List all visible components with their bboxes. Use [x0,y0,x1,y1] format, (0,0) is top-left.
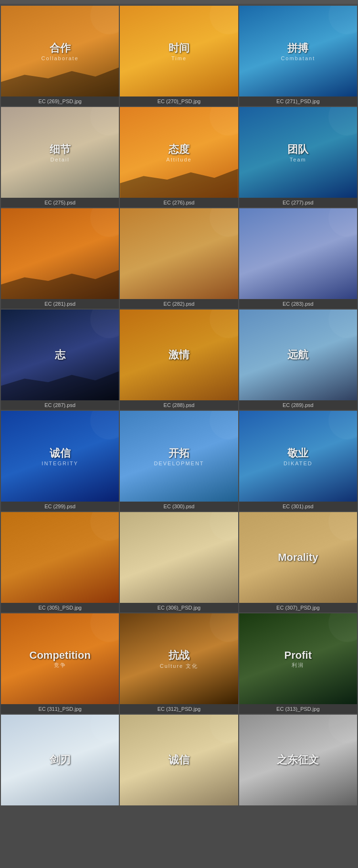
thumbnail-c282 [120,208,238,299]
cell-label-c289: EC (289).psd [239,400,357,410]
thumb-title-cn-c315: 诚信 [168,753,190,767]
thumb-title-en-c299a: INTEGRITY [42,461,78,466]
grid-cell-c316[interactable]: 之东征文 [239,715,357,805]
cell-label-c300: EC (300).psd [120,502,238,511]
cell-label-c307: EC (307)_PSD.jpg [239,603,357,612]
deco-silhouette-c281 [1,263,119,299]
cell-label-c277: EC (277).psd [239,198,357,207]
cell-label-c276: EC (276).psd [120,198,238,207]
deco-circle-c277 [328,107,357,136]
thumb-title-en-c312: Culture 文化 [160,663,199,670]
grid-cell-c288[interactable]: 激情EC (288).psd [120,310,238,410]
thumbnail-c299a: 诚信INTEGRITY [1,411,119,502]
deco-circle-c287 [90,310,119,338]
cell-label-c301: EC (301).psd [239,502,357,511]
grid-cell-c307[interactable]: MoralityEC (307)_PSD.jpg [239,512,357,612]
deco-circle-c270 [210,6,238,34]
grid-cell-c299a[interactable]: 诚信INTEGRITYEC (299).psd [1,411,119,511]
thumbnail-c271: 拼搏Combatant [239,6,357,96]
thumb-title-cn-c313: Profit [284,649,312,662]
deco-silhouette-c276 [120,161,238,198]
grid-cell-c306[interactable]: EC (306)_PSD.jpg [120,512,238,612]
cell-label-c299a: EC (299).psd [1,502,119,511]
thumb-title-cn-c270: 时间 [168,41,190,55]
grid-cell-c315[interactable]: 诚信 [120,715,238,805]
deco-circle-c313 [328,613,357,642]
deco-circle-c281 [90,208,119,237]
grid-cell-c270[interactable]: 时间TimeEC (270)_PSD.jpg [120,6,238,106]
thumb-title-en-c270: Time [171,55,187,61]
grid-cell-c305[interactable]: EC (305)_PSD.jpg [1,512,119,612]
grid-cell-c287[interactable]: 志EC (287).psd [1,310,119,410]
thumb-title-cn-c307: Morality [278,551,318,564]
thumbnail-c281 [1,208,119,299]
thumbnail-c276: 态度Attitude [120,107,238,198]
thumb-title-en-c301: DIKATED [284,461,313,466]
deco-circle-c283 [328,208,357,237]
thumbnail-c313: Profit利润 [239,613,357,704]
grid-cell-c275[interactable]: 细节DetailEC (275).psd [1,107,119,207]
deco-circle-c269 [90,6,119,34]
thumb-title-cn-c287: 志 [55,348,65,362]
thumb-title-en-c313: 利润 [292,662,304,669]
thumb-title-en-c300: DEVELOPMENT [154,461,204,466]
deco-circle-c271 [328,6,357,34]
grid-cell-c269[interactable]: 合作CollaborateEC (269)_PSD.jpg [1,6,119,106]
deco-circle-c299a [90,411,119,439]
deco-circle-c282 [210,208,238,237]
cell-label-c270: EC (270)_PSD.jpg [120,96,238,106]
grid-cell-c289[interactable]: 远航EC (289).psd [239,310,357,410]
thumb-title-en-c277: Team [290,157,306,162]
cell-label-c275: EC (275).psd [1,198,119,207]
grid-cell-c281[interactable]: EC (281).psd [1,208,119,309]
deco-silhouette-c287 [1,364,119,400]
grid-cell-c301[interactable]: 敬业DIKATEDEC (301).psd [239,411,357,511]
thumbnail-c305 [1,512,119,603]
cell-label-c306: EC (306)_PSD.jpg [120,603,238,612]
thumbnail-c306 [120,512,238,603]
thumbnail-c307: Morality [239,512,357,603]
grid-cell-c276[interactable]: 态度AttitudeEC (276).psd [120,107,238,207]
thumb-title-en-c311: 竞争 [54,662,66,669]
grid-cell-c282[interactable]: EC (282).psd [120,208,238,309]
grid-cell-c271[interactable]: 拼搏CombatantEC (271)_PSD.jpg [239,6,357,106]
thumbnail-c287: 志 [1,310,119,400]
thumb-title-en-c269: Collaborate [42,55,79,61]
deco-silhouette-c269 [1,60,119,96]
thumb-title-cn-c300: 开拓 [168,446,190,461]
grid-cell-c311[interactable]: Competition竞争EC (311)_PSD.jpg [1,613,119,714]
thumbnail-c288: 激情 [120,310,238,400]
grid-cell-c314[interactable]: 剑刃 [1,715,119,805]
grid-cell-c312[interactable]: 抗战Culture 文化EC (312)_PSD.jpg [120,613,238,714]
grid-cell-c283[interactable]: EC (283).psd [239,208,357,309]
cell-label-c311: EC (311)_PSD.jpg [1,704,119,714]
thumbnail-c301: 敬业DIKATED [239,411,357,502]
cell-label-c282: EC (282).psd [120,299,238,309]
thumbnail-c314: 剑刃 [1,715,119,805]
deco-circle-c316 [328,715,357,743]
thumb-title-cn-c301: 敬业 [287,446,308,461]
thumbnail-c315: 诚信 [120,715,238,805]
thumb-title-cn-c271: 拼搏 [287,41,308,55]
cell-label-c312: EC (312)_PSD.jpg [120,704,238,714]
thumbnail-c316: 之东征文 [239,715,357,805]
deco-circle-c305 [90,512,119,541]
thumb-title-cn-c269: 合作 [50,41,71,55]
grid-cell-c313[interactable]: Profit利润EC (313)_PSD.jpg [239,613,357,714]
thumbnail-c277: 团队Team [239,107,357,198]
deco-circle-c275 [90,107,119,136]
thumb-title-cn-c299a: 诚信 [50,446,71,461]
top-strip [0,0,358,4]
grid-cell-c277[interactable]: 团队TeamEC (277).psd [239,107,357,207]
cell-label-c281: EC (281).psd [1,299,119,309]
thumb-title-cn-c316: 之东征文 [277,753,319,767]
grid-cell-c300[interactable]: 开拓DEVELOPMENTEC (300).psd [120,411,238,511]
thumb-title-cn-c312: 抗战 [168,648,190,663]
thumb-title-cn-c289: 远航 [287,348,308,362]
thumb-title-cn-c314: 剑刃 [50,753,71,767]
cell-label-c271: EC (271)_PSD.jpg [239,96,357,106]
deco-circle-c289 [328,310,357,338]
thumb-title-en-c275: Detail [51,157,70,162]
deco-circle-c276 [210,107,238,136]
thumb-title-cn-c277: 团队 [287,142,308,157]
